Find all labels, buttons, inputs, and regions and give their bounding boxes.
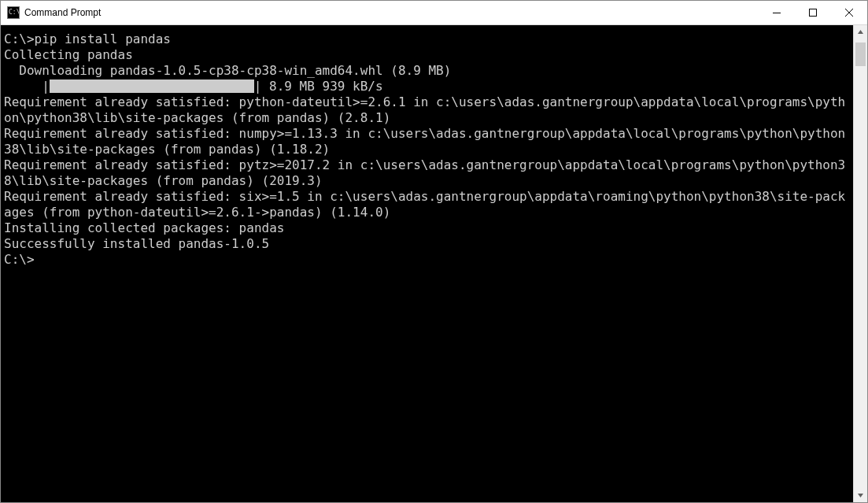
vertical-scrollbar[interactable]: [853, 25, 867, 502]
svg-rect-3: [810, 9, 817, 17]
svg-marker-7: [858, 494, 863, 497]
terminal-output[interactable]: C:\>pip install pandasCollecting pandas …: [1, 25, 853, 502]
terminal-line: Requirement already satisfied: numpy>=1.…: [4, 126, 850, 157]
maximize-button[interactable]: [795, 1, 831, 24]
cmd-icon: C:\: [7, 6, 20, 19]
terminal-line: Collecting pandas: [4, 47, 850, 63]
svg-rect-2: [773, 13, 781, 13]
progress-suffix: | 8.9 MB 939 kB/s: [254, 79, 383, 94]
titlebar[interactable]: C:\ Command Prompt: [1, 1, 867, 25]
scroll-down-arrow-icon[interactable]: [854, 489, 867, 502]
svg-text:C:\: C:\: [9, 9, 19, 16]
minimize-button[interactable]: [759, 1, 795, 24]
command-prompt-window: C:\ Command Prompt C:\>pip install panda…: [0, 0, 868, 503]
client-area: C:\>pip install pandasCollecting pandas …: [1, 25, 867, 502]
terminal-line: Installing collected packages: pandas: [4, 220, 850, 236]
terminal-line: Requirement already satisfied: six>=1.5 …: [4, 189, 850, 220]
close-button[interactable]: [831, 1, 867, 24]
download-progress-bar: [50, 80, 254, 93]
svg-marker-6: [858, 30, 863, 34]
terminal-line: C:\>pip install pandas: [4, 31, 850, 47]
terminal-line: Requirement already satisfied: pytz>=201…: [4, 157, 850, 189]
terminal-line: Requirement already satisfied: python-da…: [4, 94, 850, 126]
prompt: C:\>: [4, 31, 35, 46]
terminal-line: Successfully installed pandas-1.0.5: [4, 236, 850, 252]
terminal-line-progress: || 8.9 MB 939 kB/s: [4, 79, 850, 94]
scroll-up-arrow-icon[interactable]: [854, 25, 867, 39]
terminal-line: C:\>: [4, 252, 850, 268]
progress-prefix: |: [4, 79, 50, 94]
typed-command: pip install pandas: [35, 31, 171, 46]
window-title: Command Prompt: [24, 7, 101, 18]
terminal-line: Downloading pandas-1.0.5-cp38-cp38-win_a…: [4, 63, 850, 79]
scroll-thumb[interactable]: [855, 43, 866, 66]
